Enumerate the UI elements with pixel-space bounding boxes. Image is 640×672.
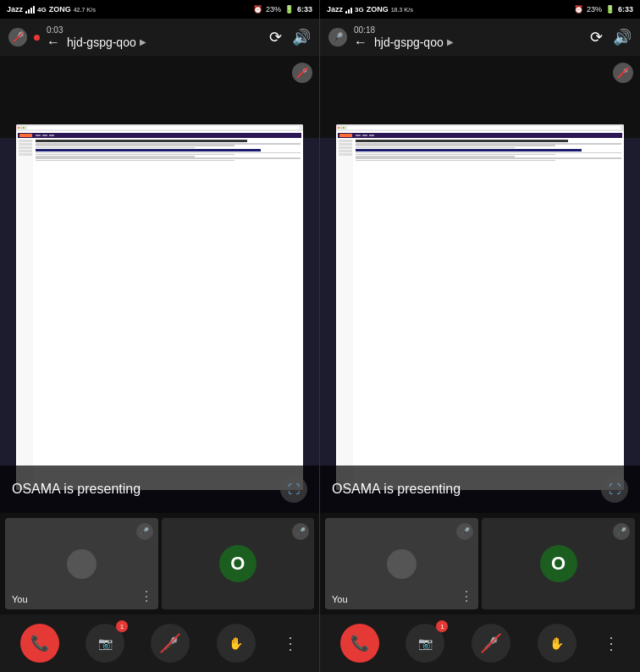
right-panel: Jazz 3G ZONG 18.3 K/s ⏰ 23% 🔋 6:33 🎤 00:… [320, 0, 640, 672]
fullscreen-btn-right[interactable]: ⛶ [601, 476, 628, 503]
mute-badge-o-left: 🎤 [292, 523, 309, 540]
participant-name-you-right: You [332, 594, 348, 604]
webpage-header-left [18, 133, 301, 138]
presenter-label-right: OSAMA is presenting ⛶ [320, 465, 640, 513]
webpage-main-right [355, 139, 622, 487]
speed-right: 18.3 K/s [391, 7, 413, 13]
video-wrapper-right: 📷 1 [406, 624, 444, 663]
participant-tile-you-left: 🎤 You ⋮ [5, 518, 158, 609]
status-carrier-right: Jazz 3G ZONG 18.3 K/s [327, 5, 413, 14]
more-btn-right[interactable]: ⋮ [603, 633, 620, 653]
call-controls-left: 📞 📷 1 🎤 ✋ ⋮ [0, 614, 319, 672]
carrier-text-right: Jazz [327, 5, 343, 14]
battery-icon-right: 🔋 [605, 5, 615, 14]
browser-dot-yellow-left [20, 127, 22, 129]
status-carrier-left: Jazz 4G ZONG 42.7 K/s [7, 5, 96, 14]
volume-icon-left[interactable]: 🔊 [292, 28, 311, 47]
video-bg-you-left [5, 518, 158, 609]
hand-btn-left[interactable]: ✋ [217, 624, 256, 663]
call-info-right: 00:18 ← hjd-gspg-qoo ▶ [354, 25, 583, 50]
call-controls-right: 📞 📷 1 🎤 ✋ ⋮ [320, 614, 640, 672]
mute-badge-you-right: 🎤 [456, 523, 473, 540]
sidebar-wp-1-right [339, 140, 352, 142]
participant-name-you-left: You [12, 594, 28, 604]
status-right-right: ⏰ 23% 🔋 6:33 [574, 5, 633, 14]
sidebar-wp-3-right [339, 146, 352, 149]
battery-icon-left: 🔋 [284, 5, 294, 14]
chevron-right: ▶ [447, 37, 454, 47]
hand-wrapper-right: ✋ [538, 624, 577, 663]
nav-item-3-right [369, 135, 374, 136]
camera-flip-icon-left[interactable]: ⟳ [269, 28, 282, 47]
end-call-icon-left: 📞 [30, 634, 49, 653]
hand-wrapper-left: ✋ [217, 624, 256, 663]
webpage-sidebar-right [338, 139, 353, 487]
mic-btn-left[interactable]: 🎤 [151, 624, 190, 663]
sidebar-wp-4-left [19, 150, 32, 152]
webpage-body-left [18, 139, 301, 487]
alarm-icon-left: ⏰ [253, 5, 262, 14]
camera-flip-icon-right[interactable]: ⟳ [590, 28, 603, 47]
sidebar-wp-5-left [19, 153, 32, 156]
network-type-left: 4G [37, 6, 47, 14]
browser-dot-green-right [343, 127, 345, 129]
nav-item-1-left [36, 135, 41, 136]
more-btn-left[interactable]: ⋮ [282, 633, 299, 653]
wp-line-8-right [356, 160, 555, 162]
mute-badge-o-right: 🎤 [613, 523, 630, 540]
mic-btn-right[interactable]: 🎤 [472, 624, 510, 663]
wp-line-1-left [36, 143, 301, 145]
participant-more-left[interactable]: ⋮ [140, 588, 153, 604]
end-call-btn-left[interactable]: 📞 [20, 624, 59, 663]
time-right: 6:33 [618, 5, 633, 14]
fullscreen-btn-left[interactable]: ⛶ [280, 476, 307, 503]
video-icon-right: 📷 [418, 636, 433, 650]
presenter-label-left: OSAMA is presenting ⛶ [0, 465, 319, 513]
webpage-main-left [35, 139, 301, 487]
volume-icon-right[interactable]: 🔊 [613, 28, 632, 47]
wp-line-6-right [356, 156, 516, 157]
participant-more-right[interactable]: ⋮ [460, 588, 473, 604]
header-icons-right: ⟳ 🔊 [590, 28, 632, 47]
signal-bar-2-right [348, 9, 350, 14]
presenter-text-right: OSAMA is presenting [332, 482, 461, 497]
end-call-icon-right: 📞 [350, 634, 369, 653]
video-icon-left: 📷 [98, 636, 113, 650]
sidebar-wp-2-left [19, 143, 32, 146]
hand-icon-right: ✋ [549, 636, 564, 650]
status-bar-left: Jazz 4G ZONG 42.7 K/s ⏰ 23% 🔋 6:33 [0, 0, 319, 19]
wp-line-3-left [36, 147, 195, 149]
wp-line-7-right [356, 157, 621, 159]
browser-dot-yellow-right [340, 127, 342, 129]
participant-tile-o-right: O 🎤 [482, 518, 635, 609]
nav-item-2-right [362, 135, 367, 136]
wp-line-5-right [356, 154, 555, 156]
presenter-text-left: OSAMA is presenting [12, 482, 141, 497]
wp-line-5-left [36, 154, 234, 156]
signal-bar-3-right [350, 8, 352, 14]
screen-mute-overlay-left: 🎤 [292, 63, 312, 83]
signal-bar-1-right [345, 11, 347, 14]
participant-tile-o-left: O 🎤 [162, 518, 315, 609]
back-btn-right[interactable]: ← [354, 35, 367, 50]
sidebar-wp-1-left [19, 140, 32, 142]
call-id-left: ← hjd-gspg-qoo ▶ [47, 35, 262, 50]
screen-thumbnail-left: 🎤 [0, 56, 319, 513]
network-carrier-left: ZONG [49, 5, 71, 14]
screen-share-right: 🎤 OSAMA is presenting ⛶ [320, 56, 640, 513]
wp-line-8-left [36, 160, 234, 162]
nav-item-2-left [42, 135, 47, 136]
signal-bars-right [345, 5, 352, 14]
fullscreen-icon-right: ⛶ [609, 482, 621, 496]
speed-left: 42.7 K/s [74, 7, 96, 13]
wp-heading-right [356, 149, 582, 151]
back-btn-left[interactable]: ← [47, 35, 60, 50]
mentionlytics-logo-right [339, 134, 352, 137]
browser-bar-right [336, 124, 624, 131]
call-timer-right: 00:18 [354, 25, 375, 35]
mute-icon-you-left: 🎤 [140, 527, 149, 536]
end-call-btn-right[interactable]: 📞 [340, 624, 379, 663]
mic-icon-right: 🎤 [483, 636, 498, 650]
hand-btn-right[interactable]: ✋ [538, 624, 577, 663]
video-bg-you-right [325, 518, 478, 609]
